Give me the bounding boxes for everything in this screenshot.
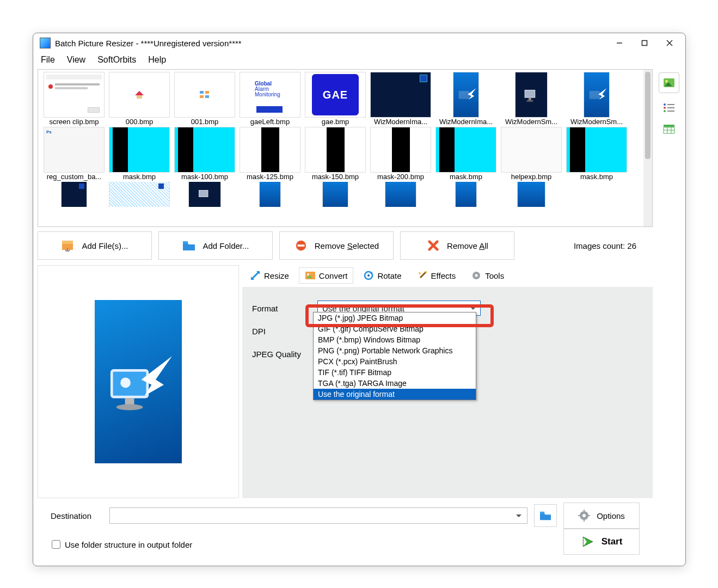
thumb-item[interactable]: Ps reg_custom_ba... bbox=[42, 127, 106, 181]
thumb-item[interactable]: mask.bmp bbox=[107, 127, 171, 181]
thumb-item[interactable]: WizModernSm... bbox=[564, 72, 629, 126]
view-table-button[interactable] bbox=[663, 124, 675, 136]
svg-rect-13 bbox=[529, 98, 531, 100]
gallery-scrollbar[interactable] bbox=[643, 70, 652, 226]
format-option[interactable]: Use the original format bbox=[314, 389, 476, 400]
svg-rect-23 bbox=[297, 244, 304, 247]
image-icon bbox=[663, 78, 675, 88]
thumb-item[interactable]: screen clip.bmp bbox=[42, 72, 106, 126]
add-files-button[interactable]: Add File(s)... bbox=[38, 231, 152, 260]
thumb-item[interactable]: 000.bmp bbox=[107, 72, 171, 126]
thumb-caption: mask.bmp bbox=[434, 173, 498, 181]
format-option[interactable]: TIF (*.tif) TIFF Bitmap bbox=[314, 367, 476, 378]
options-button[interactable]: Options bbox=[563, 503, 640, 529]
tab-label: Effects bbox=[431, 271, 456, 280]
home-icon bbox=[134, 90, 145, 100]
gallery[interactable]: screen clip.bmp 000.bmp 001.bmp bbox=[38, 70, 643, 226]
thumb-image bbox=[584, 72, 610, 118]
close-button[interactable] bbox=[657, 34, 682, 52]
destination-row: Destination Options bbox=[51, 503, 640, 529]
view-thumbnails-button[interactable] bbox=[659, 72, 679, 93]
svg-rect-7 bbox=[205, 91, 209, 94]
tab-convert[interactable]: Convert bbox=[299, 267, 354, 284]
tab-rotate[interactable]: Rotate bbox=[358, 267, 407, 284]
svg-point-39 bbox=[367, 274, 370, 277]
format-option[interactable]: BMP (*.bmp) Windows Bitmap bbox=[314, 334, 476, 345]
minimize-icon bbox=[616, 40, 623, 46]
thumb-image: Ps bbox=[44, 127, 105, 173]
svg-rect-6 bbox=[200, 91, 204, 94]
convert-panel: Format Use the original format DPI JPEG … bbox=[242, 287, 653, 498]
thumb-item[interactable] bbox=[499, 182, 563, 207]
monitor-arrow-icon bbox=[455, 84, 477, 106]
gear-icon bbox=[578, 510, 590, 522]
format-option[interactable]: PCX (*.pcx) PaintBrush bbox=[314, 356, 476, 367]
thumb-item[interactable]: WizModernIma... bbox=[434, 72, 498, 126]
thumb-item[interactable]: mask-200.bmp bbox=[369, 127, 433, 181]
thumb-caption: reg_custom_ba... bbox=[42, 173, 106, 181]
tab-label: Tools bbox=[485, 271, 504, 280]
thumb-item[interactable]: GAE gae.bmp bbox=[303, 72, 367, 126]
monitor-icon bbox=[522, 85, 541, 104]
tab-effects[interactable]: Effects bbox=[412, 267, 462, 284]
thumb-item[interactable]: mask-125.bmp bbox=[238, 127, 302, 181]
thumb-image bbox=[453, 72, 479, 118]
thumb-item[interactable]: helpexp.bmp bbox=[499, 127, 563, 181]
thumb-image bbox=[517, 182, 545, 207]
minimize-button[interactable] bbox=[607, 34, 632, 52]
svg-rect-50 bbox=[578, 515, 580, 516]
svg-point-44 bbox=[475, 274, 478, 277]
play-arrow-icon bbox=[581, 535, 595, 549]
format-option[interactable]: TGA (*.tga) TARGA Image bbox=[314, 378, 476, 389]
wand-icon bbox=[417, 270, 428, 281]
thumb-item[interactable] bbox=[434, 182, 498, 207]
thumb-item[interactable] bbox=[303, 182, 367, 207]
browse-button[interactable] bbox=[534, 504, 557, 527]
thumb-item[interactable]: WizModernIma... bbox=[369, 72, 433, 126]
thumb-image bbox=[109, 182, 170, 207]
menu-softorbits[interactable]: SoftOrbits bbox=[97, 55, 136, 65]
thumb-item[interactable] bbox=[107, 182, 171, 207]
svg-rect-1 bbox=[642, 41, 647, 46]
thumb-item[interactable]: 001.bmp bbox=[173, 72, 237, 126]
thumb-item[interactable]: Global Alarm Monitoring gaeLeft.bmp bbox=[238, 72, 302, 126]
menu-file[interactable]: File bbox=[41, 55, 55, 65]
folder-structure-row[interactable]: Use folder structure in output folder bbox=[51, 532, 192, 552]
menu-view[interactable]: View bbox=[67, 55, 85, 65]
destination-input[interactable] bbox=[109, 507, 527, 524]
thumb-image bbox=[455, 182, 477, 207]
maximize-button[interactable] bbox=[632, 34, 657, 52]
thumb-item[interactable] bbox=[369, 182, 433, 207]
tab-resize[interactable]: Resize bbox=[244, 267, 294, 284]
start-button[interactable]: Start bbox=[563, 529, 640, 555]
titlebar: Batch Picture Resizer - ****Unregistered… bbox=[33, 33, 685, 53]
side-toolbar bbox=[657, 69, 681, 561]
thumb-item[interactable]: mask-150.bmp bbox=[303, 127, 367, 181]
thumb-item[interactable]: mask.bmp bbox=[434, 127, 498, 181]
menu-help[interactable]: Help bbox=[148, 55, 166, 65]
thumb-caption: 000.bmp bbox=[107, 118, 171, 126]
add-folder-button[interactable]: Add Folder... bbox=[158, 231, 273, 260]
format-option[interactable]: GIF (*.gif) CompuServe Bitmap bbox=[314, 323, 476, 334]
thumb-item[interactable] bbox=[42, 182, 106, 207]
thumb-caption: WizModernSm... bbox=[499, 118, 563, 126]
remove-all-button[interactable]: Remove All bbox=[400, 231, 514, 260]
thumb-item[interactable]: mask-100.bmp bbox=[173, 127, 237, 181]
svg-rect-60 bbox=[667, 107, 674, 108]
view-list-button[interactable] bbox=[663, 103, 675, 114]
thumb-caption: mask.bmp bbox=[564, 173, 629, 181]
svg-rect-19 bbox=[62, 241, 73, 244]
thumb-image bbox=[370, 72, 431, 118]
format-option[interactable]: JPG (*.jpg) JPEG Bitmap bbox=[314, 313, 476, 323]
action-row: Add File(s)... Add Folder... Remove Sele… bbox=[38, 227, 653, 265]
thumb-item[interactable] bbox=[173, 182, 237, 207]
thumb-item[interactable]: mask.bmp bbox=[564, 127, 629, 181]
svg-rect-14 bbox=[527, 100, 533, 102]
remove-selected-button[interactable]: Remove Selected bbox=[279, 231, 394, 260]
thumb-item[interactable] bbox=[238, 182, 302, 207]
format-option[interactable]: PNG (*.png) Portable Network Graphics bbox=[314, 345, 476, 356]
tab-tools[interactable]: Tools bbox=[465, 267, 510, 284]
thumb-caption: WizModernSm... bbox=[564, 118, 629, 126]
gear-icon bbox=[471, 270, 482, 281]
thumb-item[interactable]: WizModernSm... bbox=[499, 72, 563, 126]
